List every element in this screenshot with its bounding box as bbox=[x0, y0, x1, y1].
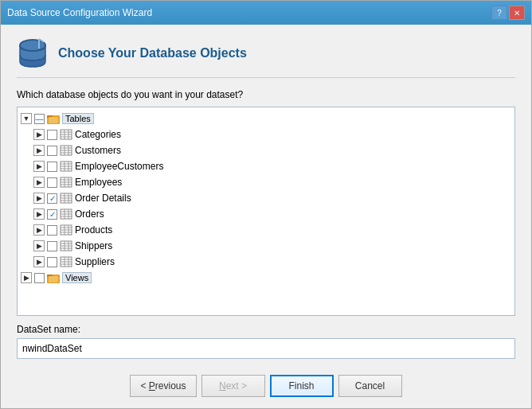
tree-views-root[interactable]: ▶ Views bbox=[18, 270, 514, 286]
table-grid-icon-employeecustomers bbox=[60, 161, 72, 172]
employeecustomers-expand-btn[interactable]: ▶ bbox=[33, 161, 45, 172]
products-checkbox[interactable] bbox=[47, 225, 57, 236]
title-bar-left: Data Source Configuration Wizard bbox=[7, 7, 152, 18]
finish-button[interactable]: Finish bbox=[270, 375, 334, 397]
previous-label: < Previous bbox=[140, 380, 186, 391]
tree-item-orders[interactable]: ▶ ✓ Orders bbox=[18, 206, 514, 222]
orders-checkbox[interactable]: ✓ bbox=[47, 209, 57, 220]
database-icon bbox=[17, 37, 49, 69]
main-window: Data Source Configuration Wizard ? ✕ Cho… bbox=[0, 0, 532, 409]
svg-rect-6 bbox=[49, 117, 58, 123]
title-bar-buttons: ? ✕ bbox=[491, 6, 525, 20]
table-grid-icon-customers bbox=[60, 145, 72, 156]
customers-expand-btn[interactable]: ▶ bbox=[33, 145, 45, 156]
shippers-label: Shippers bbox=[75, 240, 112, 251]
views-expand-btn[interactable]: ▶ bbox=[21, 272, 32, 283]
table-grid-icon-products bbox=[60, 224, 72, 236]
categories-label: Categories bbox=[75, 129, 121, 140]
svg-rect-63 bbox=[49, 276, 58, 282]
next-button[interactable]: Next > bbox=[201, 375, 265, 397]
tree-container[interactable]: ▼ — Tables ▶ bbox=[17, 107, 515, 316]
suppliers-expand-btn[interactable]: ▶ bbox=[33, 256, 45, 267]
dataset-label: DataSet name: bbox=[17, 324, 515, 335]
shippers-expand-btn[interactable]: ▶ bbox=[33, 240, 45, 251]
customers-checkbox[interactable] bbox=[47, 146, 57, 156]
views-checkbox[interactable] bbox=[34, 273, 45, 283]
table-grid-icon-shippers bbox=[60, 240, 72, 251]
table-grid-icon-suppliers bbox=[60, 256, 72, 267]
question-label: Which database objects do you want in yo… bbox=[17, 89, 515, 100]
orderdetails-checkbox[interactable]: ✓ bbox=[47, 193, 57, 204]
employees-expand-btn[interactable]: ▶ bbox=[33, 177, 45, 188]
table-grid-icon-orders bbox=[60, 208, 72, 220]
tables-badge: Tables bbox=[62, 113, 94, 124]
categories-checkbox[interactable] bbox=[47, 130, 57, 140]
tables-collapse-btn[interactable]: ▼ bbox=[21, 113, 32, 124]
dataset-input[interactable] bbox=[17, 338, 515, 359]
tree-item-categories[interactable]: ▶ Categories bbox=[18, 127, 514, 142]
help-button[interactable]: ? bbox=[491, 6, 507, 20]
tree-item-products[interactable]: ▶ Products bbox=[18, 222, 514, 238]
orders-label: Orders bbox=[75, 208, 104, 220]
tree-item-orderdetails[interactable]: ▶ ✓ Order Details bbox=[18, 190, 514, 206]
tree-item-shippers[interactable]: ▶ Shippers bbox=[18, 238, 514, 254]
tables-folder-icon bbox=[47, 113, 60, 124]
window-title: Data Source Configuration Wizard bbox=[7, 7, 152, 18]
employeecustomers-checkbox[interactable] bbox=[47, 162, 57, 172]
finish-label: Finish bbox=[289, 380, 315, 391]
tree-item-employeecustomers[interactable]: ▶ EmployeeCustomers bbox=[18, 158, 514, 174]
title-bar: Data Source Configuration Wizard ? ✕ bbox=[1, 1, 531, 25]
dataset-section: DataSet name: bbox=[17, 324, 515, 359]
table-grid-icon-categories bbox=[60, 129, 72, 140]
categories-expand-btn[interactable]: ▶ bbox=[33, 129, 45, 140]
orders-expand-btn[interactable]: ▶ bbox=[33, 208, 45, 220]
orderdetails-expand-btn[interactable]: ▶ bbox=[33, 193, 45, 204]
customers-label: Customers bbox=[75, 145, 121, 156]
tree-item-customers[interactable]: ▶ Customers bbox=[18, 142, 514, 158]
products-label: Products bbox=[75, 224, 112, 236]
employees-checkbox[interactable] bbox=[47, 177, 57, 188]
header-section: Choose Your Database Objects bbox=[17, 37, 515, 78]
footer-buttons: < Previous Next > Finish Cancel bbox=[1, 367, 531, 408]
suppliers-label: Suppliers bbox=[75, 256, 115, 267]
table-grid-icon-orderdetails bbox=[60, 193, 72, 204]
close-button[interactable]: ✕ bbox=[509, 6, 525, 20]
views-badge: Views bbox=[62, 272, 92, 283]
employeecustomers-label: EmployeeCustomers bbox=[75, 161, 163, 172]
cancel-button[interactable]: Cancel bbox=[338, 375, 402, 397]
tree-item-employees[interactable]: ▶ Employees bbox=[18, 174, 514, 190]
orderdetails-label: Order Details bbox=[75, 193, 131, 204]
table-grid-icon-employees bbox=[60, 177, 72, 188]
tables-checkbox[interactable]: — bbox=[34, 114, 45, 124]
tree-tables-root[interactable]: ▼ — Tables bbox=[18, 111, 514, 127]
shippers-checkbox[interactable] bbox=[47, 241, 57, 251]
previous-button[interactable]: < Previous bbox=[130, 375, 196, 397]
suppliers-checkbox[interactable] bbox=[47, 257, 57, 267]
header-title: Choose Your Database Objects bbox=[58, 46, 247, 60]
next-label: Next > bbox=[219, 380, 247, 391]
tree-item-suppliers[interactable]: ▶ Suppliers bbox=[18, 254, 514, 270]
products-expand-btn[interactable]: ▶ bbox=[33, 224, 45, 236]
views-folder-icon bbox=[47, 272, 60, 283]
cancel-label: Cancel bbox=[355, 380, 385, 391]
content-area: Choose Your Database Objects Which datab… bbox=[1, 25, 531, 367]
employees-label: Employees bbox=[75, 177, 122, 188]
